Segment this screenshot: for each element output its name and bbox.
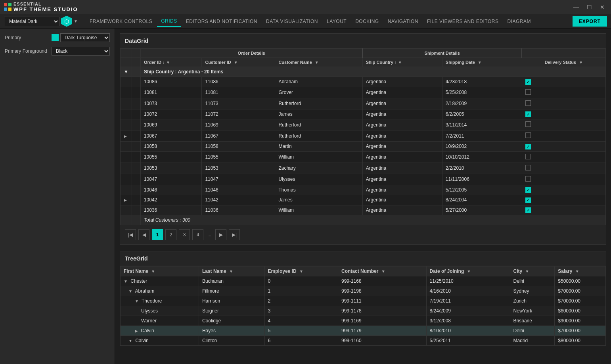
filter-empid-icon[interactable]: ▼: [299, 269, 303, 274]
order-id-cell: 10086: [140, 77, 202, 87]
delivery-cell: ✓: [522, 109, 605, 119]
doj-cell: 8/10/2010: [426, 326, 510, 336]
prev-page-button[interactable]: ◀: [138, 229, 149, 240]
nav-framework-controls[interactable]: FRAMEWORK CONTROLS: [86, 16, 156, 27]
filter-delivery-icon[interactable]: ▼: [579, 60, 583, 65]
order-id-cell: 10036: [140, 205, 202, 215]
theme-selector[interactable]: Material Dark: [4, 17, 59, 26]
delivery-cell: [522, 163, 605, 174]
row-expand-icon[interactable]: ▶: [124, 198, 127, 202]
last-page-button[interactable]: ▶|: [229, 229, 240, 240]
delivery-cell: [522, 151, 605, 163]
nav-docking[interactable]: DOCKING: [351, 16, 383, 27]
filter-salary-icon[interactable]: ▼: [575, 269, 579, 274]
order-id-cell: 10055: [140, 151, 202, 163]
filter-doj-icon[interactable]: ▼: [467, 269, 471, 274]
row-expand-icon[interactable]: ▶: [124, 134, 127, 138]
expand-cell[interactable]: ▶: [121, 130, 132, 142]
nav-editors-notification[interactable]: EDITORS AND NOTIFICATION: [182, 16, 261, 27]
treegrid-body: ▼ Chester Buchanan 0 999-1168 11/25/2010…: [121, 276, 606, 346]
filter-order-icon[interactable]: ▼: [166, 60, 170, 65]
tree-expand-icon[interactable]: ▼: [124, 279, 128, 284]
shipping-date-cell: 3/11/2014: [442, 119, 522, 130]
nav-data-visualization[interactable]: DATA VISUALIZATION: [262, 16, 322, 27]
close-button[interactable]: ✕: [598, 3, 607, 11]
nav-layout[interactable]: LAYOUT: [323, 16, 351, 27]
expand-cell[interactable]: ▶: [121, 195, 132, 205]
salary-cell: $80000.00: [555, 336, 606, 346]
order-id-cell: 10058: [140, 142, 202, 152]
tree-expand-right-icon[interactable]: ▶: [135, 329, 138, 333]
page-4-button[interactable]: 4: [192, 229, 203, 240]
lastname-cell: Buchanan: [199, 276, 264, 286]
unchecked-icon: [525, 89, 531, 95]
lastname-cell: Fillmore: [199, 286, 264, 296]
title-bar: ESSENTIAL WPF THEME STUDIO — ☐ ✕: [0, 0, 611, 14]
treegrid-header-row: First Name ▼ Last Name ▼ Employee ID ▼ C…: [121, 266, 606, 276]
doj-cell: 4/16/2010: [426, 286, 510, 296]
firstname-cell: ▼ Theodore: [121, 296, 199, 306]
filter-firstname-icon[interactable]: ▼: [151, 269, 155, 274]
tree-row: ▼ Calvin Clinton 6 999-1160 5/25/2011 Ma…: [121, 336, 606, 346]
nav-grids[interactable]: GRIDS: [157, 16, 181, 27]
primary-color-select[interactable]: Dark Turquoise: [60, 33, 110, 42]
filter-shipping-date-icon[interactable]: ▼: [478, 60, 482, 65]
page-1-button[interactable]: 1: [152, 229, 163, 240]
treegrid-wrapper[interactable]: First Name ▼ Last Name ▼ Employee ID ▼ C…: [120, 266, 606, 346]
contact-cell: 999-1198: [338, 286, 426, 296]
table-row: 10086 11086 Abraham Argentina 4/23/2018 …: [121, 77, 606, 87]
filter-city-icon[interactable]: ▼: [525, 269, 529, 274]
page-3-button[interactable]: 3: [179, 229, 190, 240]
order-details-header: Order Details: [140, 49, 362, 58]
checked-icon: ✓: [525, 144, 531, 149]
theme-icon-button[interactable]: ⬡: [61, 16, 72, 27]
ship-country-cell: Argentina: [362, 98, 442, 109]
primary-fg-select[interactable]: Black: [52, 47, 110, 56]
filter-contact-icon[interactable]: ▼: [381, 269, 385, 274]
ship-country-cell: Argentina: [362, 185, 442, 195]
next-page-button[interactable]: ▶: [215, 229, 226, 240]
primary-label: Primary: [5, 35, 48, 40]
tree-expand-icon[interactable]: ▼: [128, 289, 132, 293]
expand-cell: [121, 174, 132, 185]
ship-country-cell: Argentina: [362, 119, 442, 130]
order-id-cell: 10053: [140, 163, 202, 174]
datagrid-wrapper[interactable]: Order Details Shipment Details Order ID …: [120, 48, 606, 225]
city-cell: Delhi: [510, 276, 555, 286]
treegrid-table: First Name ▼ Last Name ▼ Employee ID ▼ C…: [120, 266, 606, 346]
group-expand-cell[interactable]: ▼: [121, 67, 132, 77]
col-shipping-date: Shipping Date ▼: [442, 58, 522, 67]
filter-customer-name-icon[interactable]: ▼: [315, 60, 319, 65]
empid-cell: 6: [264, 336, 338, 346]
window-controls: — ☐ ✕: [571, 3, 607, 11]
order-id-cell: 10042: [140, 195, 202, 205]
minimize-button[interactable]: —: [571, 3, 581, 11]
export-button[interactable]: EXPORT: [573, 16, 607, 27]
expand-cell: [121, 109, 132, 119]
total-cb: [132, 215, 140, 225]
contact-cell: 999-1168: [338, 276, 426, 286]
filter-customer-id-icon[interactable]: ▼: [234, 60, 238, 65]
sort-ship-icon[interactable]: ↑: [395, 60, 396, 65]
nav-diagram[interactable]: DIAGRAM: [503, 16, 535, 27]
nav-navigation[interactable]: NAVIGATION: [384, 16, 422, 27]
tree-expand-icon[interactable]: ▼: [135, 299, 139, 303]
filter-lastname-icon[interactable]: ▼: [229, 269, 233, 274]
sort-down-icon[interactable]: ↓: [163, 60, 165, 65]
first-page-button[interactable]: |◀: [125, 229, 136, 240]
theme-dropdown-arrow[interactable]: ▼: [74, 19, 78, 23]
nav-file-viewers[interactable]: FILE VIEWERS AND EDITORS: [423, 16, 502, 27]
logo-icon: [4, 3, 12, 11]
customer-name-cell: James: [275, 109, 362, 119]
customer-name-cell: Rutherford: [275, 119, 362, 130]
customer-name-cell: Rutherford: [275, 98, 362, 109]
customer-id-cell: 11053: [202, 163, 275, 174]
customer-name-cell: Thomas: [275, 185, 362, 195]
filter-ship-country-icon[interactable]: ▼: [398, 60, 402, 65]
shipping-date-cell: 10/10/2012: [442, 151, 522, 163]
delivery-cell: ✓: [522, 205, 605, 215]
maximize-button[interactable]: ☐: [584, 3, 594, 11]
delivery-cell: ✓: [522, 195, 605, 205]
tree-expand-icon[interactable]: ▼: [128, 339, 132, 343]
page-2-button[interactable]: 2: [165, 229, 176, 240]
